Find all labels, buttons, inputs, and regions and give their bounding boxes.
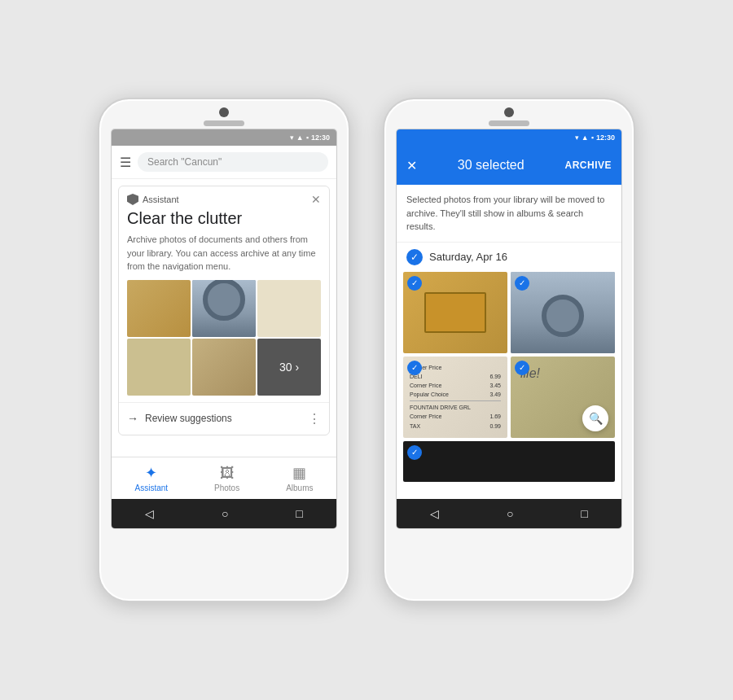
photo-row-3: ✓ — [403, 441, 615, 482]
camera-right — [504, 107, 514, 117]
photo-cell-2 — [192, 280, 256, 337]
time-right: 12:30 — [596, 133, 615, 142]
review-left[interactable]: → Review suggestions — [127, 412, 232, 425]
recent-button-right[interactable]: □ — [581, 507, 587, 520]
date-section-header: ✓ Saturday, Apr 16 — [397, 243, 621, 272]
battery-icon-right: ▪ — [591, 133, 594, 142]
back-button-right[interactable]: ◁ — [430, 507, 439, 520]
right-photo-grid: ✓ ✓ ✓ Corner Price DELI6.99 C — [397, 272, 621, 500]
tab-albums[interactable]: ▦ Albums — [286, 464, 313, 492]
selected-count: 30 selected — [425, 158, 556, 173]
card-description: Archive photos of documents and others f… — [119, 233, 329, 280]
card-close-button[interactable]: ✕ — [311, 193, 321, 206]
review-row[interactable]: → Review suggestions ⋮ — [119, 402, 329, 435]
photo-cell-1 — [127, 280, 191, 337]
status-icons-right: ▾ ▲ ▪ 12:30 — [575, 133, 615, 142]
status-bar-left: ▾ ▲ ▪ 12:30 — [112, 129, 336, 146]
photo-row-2: ✓ Corner Price DELI6.99 Corner Price3.45… — [403, 357, 615, 438]
assistant-tab-icon: ✦ — [145, 464, 157, 482]
left-content: Assistant ✕ Clear the clutter Archive ph… — [112, 179, 336, 457]
wifi-icon-right: ▾ — [575, 133, 579, 142]
photo-cell-count[interactable]: 30 › — [257, 339, 321, 396]
check-car-door: ✓ — [515, 276, 529, 291]
right-screen: ▾ ▲ ▪ 12:30 ✕ 30 selected ARCHIVE Select… — [397, 129, 621, 528]
search-input[interactable]: Search "Cancun" — [138, 152, 328, 172]
photo-cell-5 — [192, 339, 256, 396]
photo-car-door[interactable]: ✓ — [511, 272, 615, 353]
date-label: Saturday, Apr 16 — [429, 251, 507, 263]
review-arrow-icon: → — [127, 412, 138, 425]
hamburger-icon[interactable]: ☰ — [120, 155, 131, 170]
left-phone: ▾ ▲ ▪ 12:30 ☰ Search "Cancun" Assistant … — [98, 98, 350, 602]
photos-tab-icon: 🖼 — [220, 465, 235, 482]
photo-dark[interactable]: ✓ — [403, 441, 615, 482]
phone-top-left — [99, 99, 349, 129]
check-paper: ✓ — [515, 361, 529, 375]
tab-bar-left: ✦ Assistant 🖼 Photos ▦ Albums — [112, 457, 336, 499]
search-bar-left[interactable]: ☰ Search "Cancun" — [112, 146, 336, 179]
albums-tab-icon: ▦ — [292, 464, 306, 482]
status-bar-right: ▾ ▲ ▪ 12:30 — [397, 129, 621, 146]
phone-top-right — [384, 99, 634, 129]
nav-bar-left: ◁ ○ □ — [112, 499, 336, 528]
photo-envelope[interactable]: ✓ — [403, 272, 507, 353]
home-button-right[interactable]: ○ — [507, 507, 513, 520]
wifi-icon-left: ▾ — [290, 133, 294, 142]
assistant-badge: Assistant — [143, 195, 179, 204]
card-title: Clear the clutter — [119, 209, 329, 233]
photo-count-label: 30 › — [279, 361, 299, 374]
photo-row-1: ✓ ✓ — [403, 272, 615, 353]
check-dark: ✓ — [407, 445, 422, 460]
time-left: 12:30 — [311, 133, 330, 142]
tab-photos[interactable]: 🖼 Photos — [214, 465, 239, 492]
right-phone: ▾ ▲ ▪ 12:30 ✕ 30 selected ARCHIVE Select… — [383, 98, 635, 602]
speaker-left — [204, 120, 244, 126]
status-icons-left: ▾ ▲ ▪ 12:30 — [290, 133, 330, 142]
assistant-card: Assistant ✕ Clear the clutter Archive ph… — [118, 186, 330, 435]
photo-receipt[interactable]: ✓ Corner Price DELI6.99 Corner Price3.45… — [403, 357, 507, 438]
photo-grid-left: 30 › — [119, 280, 329, 402]
home-button-left[interactable]: ○ — [222, 507, 228, 520]
tab-assistant-label: Assistant — [134, 483, 168, 492]
left-screen: ▾ ▲ ▪ 12:30 ☰ Search "Cancun" Assistant … — [112, 129, 336, 528]
signal-icon-right: ▲ — [582, 133, 589, 142]
tab-assistant[interactable]: ✦ Assistant — [134, 464, 168, 492]
back-button-left[interactable]: ◁ — [145, 507, 154, 520]
nav-bar-right: ◁ ○ □ — [397, 499, 621, 528]
shield-icon — [127, 194, 138, 205]
tab-photos-label: Photos — [214, 483, 239, 492]
battery-icon-left: ▪ — [306, 133, 309, 142]
tab-albums-label: Albums — [286, 483, 313, 492]
assistant-card-header: Assistant ✕ — [119, 186, 329, 209]
signal-icon-left: ▲ — [296, 133, 304, 142]
speaker-right — [489, 120, 529, 126]
zoom-button[interactable]: 🔍 — [582, 405, 608, 431]
archive-button[interactable]: ARCHIVE — [564, 160, 612, 171]
photo-cell-4 — [127, 339, 191, 396]
info-banner: Selected photos from your library will b… — [397, 185, 621, 243]
check-envelope: ✓ — [407, 276, 422, 291]
date-check-icon[interactable]: ✓ — [406, 249, 423, 265]
camera-left — [219, 107, 229, 117]
selection-header: ✕ 30 selected ARCHIVE — [397, 146, 621, 185]
check-receipt: ✓ — [407, 361, 422, 375]
review-label: Review suggestions — [145, 413, 232, 424]
more-options-icon[interactable]: ⋮ — [308, 411, 321, 427]
recent-button-left[interactable]: □ — [296, 507, 302, 520]
photo-cell-3 — [257, 280, 321, 337]
assistant-label: Assistant — [127, 194, 179, 205]
close-selection-button[interactable]: ✕ — [406, 158, 417, 173]
